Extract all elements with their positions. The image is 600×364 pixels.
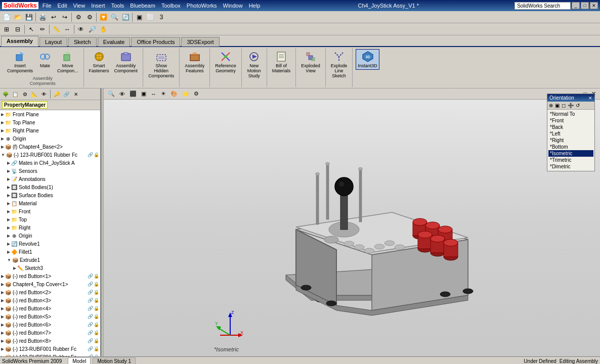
orient-close-btn[interactable]: ✕: [588, 96, 592, 101]
tree-item[interactable]: ▶🔄Revolve1: [0, 240, 100, 248]
panel-fly-out[interactable]: 🔑: [52, 89, 61, 99]
realview-btn[interactable]: 🌟: [180, 89, 191, 98]
orientation-list-item[interactable]: *Back: [548, 124, 593, 130]
menu-bluebeam[interactable]: Bluebeam: [128, 3, 157, 9]
section-view-btn[interactable]: ▣: [139, 89, 148, 98]
ribbon-btn-instant3d[interactable]: 3D Instant3D: [356, 49, 379, 70]
ribbon-btn-show-hidden[interactable]: ShowHiddenComponents: [146, 49, 176, 80]
tree-item[interactable]: ▶📦(-) red Button<2>🔗🔒: [0, 288, 100, 296]
menu-tools[interactable]: Tools: [109, 3, 126, 9]
tree-item[interactable]: ▼📦(-) 123-RUBF001 Rubber Fc🔗🔒: [0, 151, 100, 159]
print-button[interactable]: 🖨️: [37, 12, 48, 22]
undo-button[interactable]: ↩: [49, 12, 59, 22]
appearance-btn[interactable]: 🎨: [168, 89, 180, 98]
orientation-list-item[interactable]: *Dimetric: [548, 163, 593, 170]
ribbon-btn-smart-fasteners[interactable]: SmartFasteners: [87, 49, 111, 75]
menu-photoworks[interactable]: PhotoWorks: [185, 3, 219, 9]
measure-button[interactable]: 📏: [51, 24, 61, 34]
orientation-list-item[interactable]: *Front: [548, 117, 593, 124]
zoom-prev-button[interactable]: 🔎: [87, 24, 97, 34]
tree-item[interactable]: ▶🔗Mates in Ch4_JoyStick A: [0, 159, 100, 167]
tree-item[interactable]: ▶🔲Solid Bodies(1): [0, 183, 100, 191]
snap-button[interactable]: ⊞: [2, 24, 12, 34]
tree-item[interactable]: ▶📦(-) red Button<6>🔗🔒: [0, 321, 100, 329]
ribbon-btn-reference-geometry[interactable]: ReferenceGeometry: [213, 49, 238, 75]
close-button[interactable]: ✕: [590, 2, 598, 9]
tab-model[interactable]: Model: [68, 357, 91, 364]
dim-xpert-btn[interactable]: 📐: [30, 89, 39, 99]
feature-tree[interactable]: ▶📁Front Plane▶📁Top Plane▶📁Right Plane▶⊕O…: [0, 110, 100, 356]
tree-item[interactable]: ▶📦(-) red Button<1>🔗🔒: [0, 272, 100, 280]
maximize-button[interactable]: □: [581, 2, 589, 9]
pan-button[interactable]: ✋: [98, 24, 108, 34]
open-button[interactable]: 📂: [13, 12, 23, 22]
section-view-button[interactable]: ⬜: [145, 12, 155, 22]
redo-button[interactable]: ↪: [60, 12, 70, 22]
tree-item[interactable]: ▶📁Top Plane: [0, 118, 100, 126]
tree-item[interactable]: ▶✏️Sketch3: [0, 264, 100, 272]
panel-sync[interactable]: 🔗: [62, 89, 71, 99]
tree-item[interactable]: ▼📦Extrude1: [0, 256, 100, 264]
tree-item[interactable]: ▶📝Annotations: [0, 175, 100, 183]
ribbon-btn-insert-components[interactable]: InsertComponents: [5, 49, 35, 75]
tree-item[interactable]: ▶📦(-) red Button<7>🔗🔒: [0, 329, 100, 337]
tab-layout[interactable]: Layout: [39, 37, 67, 47]
display-manager-btn[interactable]: 👁: [39, 89, 49, 99]
menu-toolbox[interactable]: Toolbox: [159, 3, 183, 9]
menu-insert[interactable]: Insert: [89, 3, 107, 9]
display-mode-button[interactable]: ▣: [134, 12, 144, 22]
tree-item[interactable]: ▶📦(-) red Button<8>🔗🔒: [0, 337, 100, 345]
rotate-button[interactable]: 🔄: [120, 12, 131, 22]
tree-item[interactable]: ▶📁Right Plane: [0, 126, 100, 134]
ribbon-btn-exploded-view[interactable]: ExplodedView: [299, 49, 322, 75]
orientation-list-item[interactable]: *Bottom: [548, 144, 593, 150]
tree-item[interactable]: ▶🔶Fillet1: [0, 248, 100, 256]
tree-item[interactable]: ▶📁Front Plane: [0, 110, 100, 118]
tab-evaluate[interactable]: Evaluate: [98, 37, 131, 47]
tree-item[interactable]: ▶📦(-) red Button<4>🔗🔒: [0, 304, 100, 312]
ribbon-btn-move-component[interactable]: MoveCompon...: [55, 49, 80, 75]
tab-sketch[interactable]: Sketch: [68, 37, 97, 47]
menu-view[interactable]: View: [71, 3, 88, 9]
select-button[interactable]: ↖: [26, 24, 36, 34]
ribbon-btn-bill-of-materials[interactable]: Bill ofMaterials: [270, 49, 293, 75]
minimize-button[interactable]: _: [572, 2, 580, 9]
view-rotate-btn[interactable]: ↔: [149, 90, 158, 98]
config-manager-btn[interactable]: ⚙: [20, 89, 29, 99]
tree-item[interactable]: ▶⊕Origin: [0, 232, 100, 240]
tree-item[interactable]: ▶📁Right: [0, 223, 100, 232]
tree-item[interactable]: ▶📋Material: [0, 199, 100, 207]
rebuild-button[interactable]: ⚙: [73, 12, 83, 22]
tree-item[interactable]: ▶🔲Surface Bodies: [0, 191, 100, 199]
ribbon-btn-new-motion-study[interactable]: NewMotionStudy: [245, 49, 263, 80]
tree-item[interactable]: ▶📁Front: [0, 207, 100, 215]
view-settings-btn[interactable]: ⚙: [192, 89, 201, 98]
zoom-fit-button[interactable]: 🔍: [109, 12, 119, 22]
tab-motion-study[interactable]: Motion Study 1: [93, 357, 136, 364]
orientation-list-item[interactable]: *Right: [548, 137, 593, 144]
ribbon-btn-assembly-features[interactable]: AssemblyFeatures: [183, 49, 206, 75]
3d-viewport[interactable]: 🔍 👁 ⬛ ▣ ↔ ☀ 🎨 🌟 ⚙ _ □ ✕: [104, 88, 600, 356]
search-box[interactable]: SolidWorks Search: [515, 2, 571, 10]
tab-assembly[interactable]: Assembly: [1, 36, 38, 47]
sketch-button[interactable]: ✏: [37, 24, 48, 34]
ribbon-btn-assembly-component[interactable]: AssemblyComponent: [112, 49, 140, 75]
feature-manager-btn[interactable]: 🌳: [1, 89, 10, 99]
menu-window[interactable]: Window: [221, 3, 245, 9]
orientation-list-item[interactable]: *Trimetric: [548, 157, 593, 163]
orientation-list-item[interactable]: *Normal To: [548, 111, 593, 117]
tree-item[interactable]: ▶📦(-) red Button<5>🔗🔒: [0, 312, 100, 321]
menu-help[interactable]: Help: [247, 3, 263, 9]
orient-back-btn[interactable]: ◻: [561, 102, 567, 109]
tree-item[interactable]: ▶📦(-) 123-RUBF001 Rubber Fc🔗🔒: [0, 345, 100, 353]
distance-button[interactable]: ↔: [62, 24, 72, 34]
property-manager-btn[interactable]: 📋: [11, 89, 20, 99]
options-button[interactable]: ⚙: [84, 12, 95, 22]
tree-item[interactable]: ▶📦(-) 123-RUBF001 Rubber Fc🔗🔒: [0, 353, 100, 356]
orient-front-btn[interactable]: ▣: [554, 102, 561, 109]
view-orient-button[interactable]: 👁: [76, 24, 86, 34]
grid-button[interactable]: ⊟: [13, 24, 23, 34]
zoom-to-fit-btn[interactable]: 🔍: [106, 89, 117, 98]
tree-item[interactable]: ▶⊕Origin: [0, 134, 100, 143]
tree-item[interactable]: ▶📁Top: [0, 215, 100, 223]
